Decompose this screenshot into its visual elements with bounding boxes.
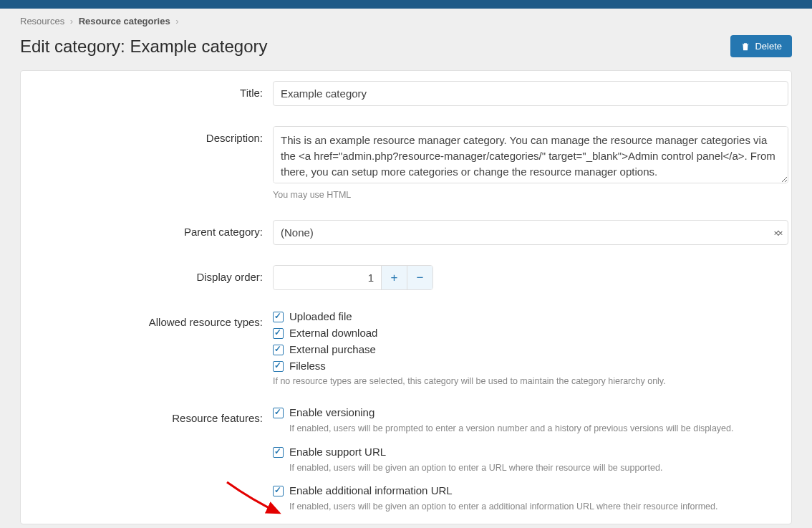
page-title: Edit category: Example category bbox=[20, 37, 268, 57]
trash-icon bbox=[740, 42, 750, 52]
plus-icon: + bbox=[391, 271, 398, 284]
breadcrumb-root[interactable]: Resources bbox=[20, 16, 64, 27]
top-bar bbox=[0, 0, 812, 9]
minus-icon: − bbox=[417, 271, 424, 284]
breadcrumb-current[interactable]: Resource categories bbox=[79, 16, 170, 27]
allowed-type-checkbox[interactable] bbox=[273, 312, 284, 322]
feature-description: If enabled, users will be given an optio… bbox=[289, 462, 788, 475]
allowed-type-checkbox[interactable] bbox=[273, 361, 284, 372]
feature-label[interactable]: Enable support URL bbox=[289, 446, 386, 458]
delete-button[interactable]: Delete bbox=[730, 35, 792, 57]
title-input[interactable] bbox=[273, 81, 788, 106]
feature-label[interactable]: Enable versioning bbox=[289, 406, 374, 418]
delete-button-label: Delete bbox=[755, 41, 782, 52]
parent-category-label: Parent category: bbox=[21, 220, 273, 238]
description-label: Description: bbox=[21, 126, 273, 144]
display-order-stepper: + − bbox=[273, 265, 433, 290]
allowed-type-label[interactable]: Fileless bbox=[289, 360, 326, 372]
feature-description: If enabled, users will be prompted to en… bbox=[289, 423, 788, 436]
allowed-types-label: Allowed resource types: bbox=[21, 310, 273, 328]
form-panel: Title: Description: This is an example r… bbox=[20, 70, 792, 524]
feature-checkbox[interactable] bbox=[273, 408, 284, 418]
description-hint: You may use HTML bbox=[273, 190, 788, 200]
chevron-right-icon: › bbox=[175, 16, 178, 27]
description-textarea[interactable]: This is an example resource manager cate… bbox=[273, 126, 788, 183]
feature-checkbox[interactable] bbox=[273, 447, 284, 458]
parent-category-select[interactable]: (None) bbox=[273, 220, 788, 245]
stepper-plus-button[interactable]: + bbox=[381, 266, 407, 289]
annotation-arrow bbox=[223, 479, 288, 522]
allowed-type-label[interactable]: Uploaded file bbox=[289, 310, 352, 322]
chevron-right-icon: › bbox=[70, 16, 73, 27]
stepper-minus-button[interactable]: − bbox=[407, 266, 432, 289]
breadcrumb: Resources › Resource categories › bbox=[0, 9, 812, 31]
display-order-input[interactable] bbox=[274, 266, 381, 289]
feature-label[interactable]: Enable additional information URL bbox=[289, 484, 453, 496]
title-label: Title: bbox=[21, 81, 273, 99]
allowed-types-hint: If no resource types are selected, this … bbox=[273, 376, 788, 386]
features-label: Resource features: bbox=[21, 406, 273, 424]
allowed-type-label[interactable]: External purchase bbox=[289, 343, 376, 355]
allowed-type-checkbox[interactable] bbox=[273, 328, 284, 339]
allowed-type-checkbox[interactable] bbox=[273, 345, 284, 355]
allowed-type-label[interactable]: External download bbox=[289, 327, 377, 339]
feature-description: If enabled, users will be given an optio… bbox=[289, 501, 788, 514]
display-order-label: Display order: bbox=[21, 265, 273, 283]
